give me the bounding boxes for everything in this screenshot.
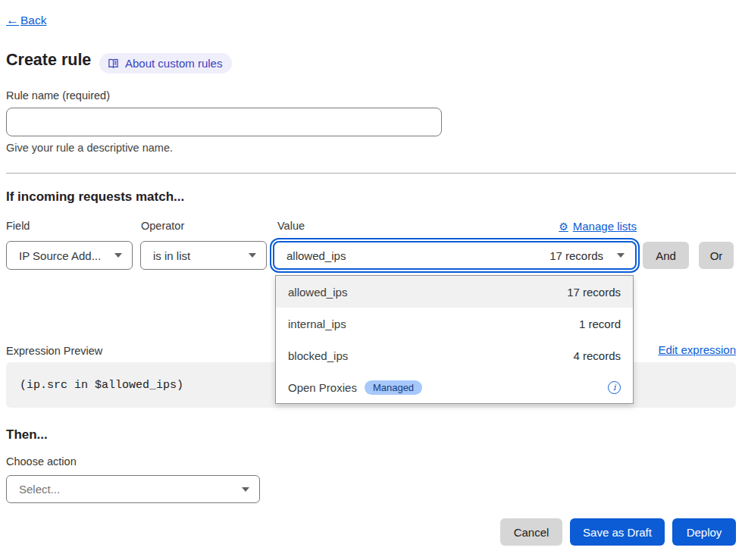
value-column-label: Value	[277, 220, 305, 232]
expression-preview-label: Expression Preview	[6, 345, 102, 357]
action-select-placeholder: Select...	[19, 483, 60, 496]
gear-icon: ⚙	[559, 221, 568, 233]
field-select-value: IP Source Add...	[19, 249, 101, 262]
edit-expression-link[interactable]: Edit expression	[658, 343, 736, 356]
list-item-name: blocked_ips	[288, 349, 348, 362]
value-dropdown-panel: allowed_ips 17 records internal_ips 1 re…	[275, 275, 634, 404]
list-item-name: internal_ips	[288, 318, 346, 330]
operator-select-value: is in list	[153, 249, 190, 262]
manage-lists-label: Manage lists	[573, 220, 637, 233]
list-item-open-proxies[interactable]: Open Proxies Managed i	[276, 371, 633, 403]
rule-name-helper-text: Give your rule a descriptive name.	[6, 142, 173, 154]
list-item-records: 4 records	[573, 349, 621, 362]
back-link-label: Back	[20, 14, 46, 27]
choose-action-label: Choose action	[6, 455, 77, 468]
expression-code: (ip.src in $allowed_ips)	[20, 379, 183, 392]
deploy-button[interactable]: Deploy	[672, 518, 736, 546]
rule-name-input[interactable]	[6, 108, 442, 136]
action-select[interactable]: Select...	[6, 475, 260, 503]
value-select[interactable]: allowed_ips 17 records	[273, 241, 637, 270]
then-section-heading: Then...	[6, 427, 48, 443]
rule-name-label: Rule name (required)	[6, 89, 110, 102]
managed-badge: Managed	[365, 380, 422, 395]
back-link[interactable]: ← Back	[6, 13, 46, 28]
or-button[interactable]: Or	[699, 242, 734, 269]
value-select-value: allowed_ips	[286, 249, 346, 262]
manage-lists-link[interactable]: ⚙ Manage lists	[559, 220, 637, 233]
page-title: Create rule	[6, 51, 91, 70]
section-divider	[6, 173, 736, 174]
chevron-down-icon	[242, 487, 249, 492]
field-column-label: Field	[6, 220, 30, 232]
list-item-name: Open Proxies	[288, 381, 357, 394]
list-item-name: allowed_ips	[288, 286, 347, 299]
cancel-button[interactable]: Cancel	[500, 518, 562, 546]
about-custom-rules-link[interactable]: About custom rules	[99, 53, 232, 74]
list-item-allowed-ips[interactable]: allowed_ips 17 records	[276, 276, 633, 308]
create-rule-page: ← Back Create rule About custom rules Ru…	[0, 0, 742, 560]
and-button[interactable]: And	[643, 242, 689, 269]
back-arrow-icon: ←	[6, 13, 19, 28]
match-section-heading: If incoming requests match...	[6, 189, 184, 205]
chevron-down-icon	[249, 253, 256, 258]
chevron-down-icon	[114, 253, 122, 258]
about-custom-rules-label: About custom rules	[125, 57, 222, 70]
list-item-blocked-ips[interactable]: blocked_ips 4 records	[276, 339, 633, 371]
info-icon[interactable]: i	[608, 381, 621, 394]
save-as-draft-button[interactable]: Save as Draft	[570, 518, 665, 546]
field-select[interactable]: IP Source Add...	[6, 241, 133, 270]
operator-select[interactable]: is in list	[140, 241, 267, 270]
value-select-record-count: 17 records	[549, 249, 603, 262]
book-icon	[108, 58, 119, 69]
chevron-down-icon	[617, 253, 625, 258]
list-item-records: 1 record	[579, 318, 621, 330]
operator-column-label: Operator	[141, 220, 184, 232]
list-item-records: 17 records	[567, 286, 621, 299]
list-item-internal-ips[interactable]: internal_ips 1 record	[276, 308, 633, 339]
